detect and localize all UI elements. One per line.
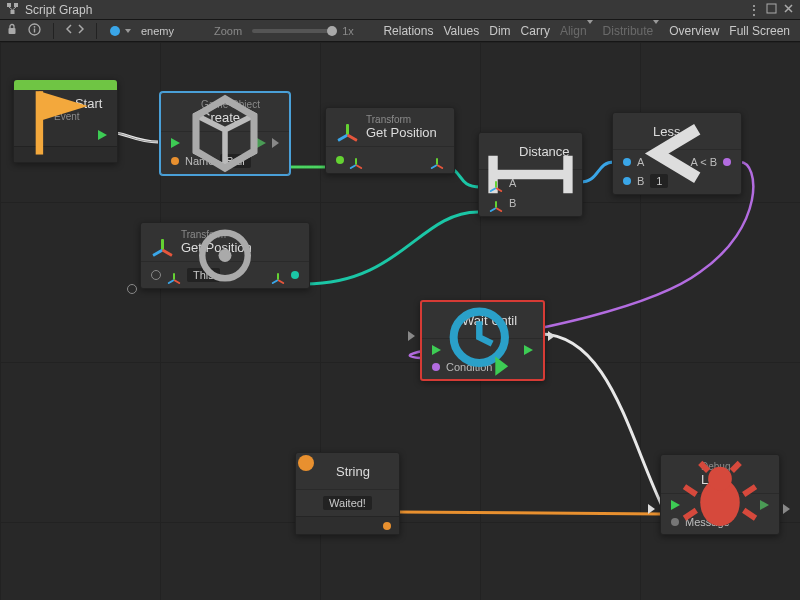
- code-icon[interactable]: [66, 23, 84, 38]
- flag-icon: [24, 97, 48, 121]
- transform-icon: [167, 268, 181, 282]
- flow-in-port[interactable]: [171, 138, 180, 148]
- fullscreen-button[interactable]: Full Screen: [725, 22, 794, 40]
- b-port[interactable]: [489, 196, 503, 210]
- node-title: Distance: [519, 144, 570, 159]
- node-get-position-1[interactable]: Transform Get Position: [325, 107, 455, 174]
- ab-label: A < B: [690, 156, 717, 168]
- node-overline: Transform: [181, 229, 252, 240]
- breadcrumb[interactable]: enemy: [141, 25, 174, 37]
- zoom-label: Zoom: [214, 25, 242, 37]
- graph-canvas[interactable]: On Start Event Game Object Create: [0, 42, 800, 600]
- name-field[interactable]: Ball: [220, 154, 250, 168]
- name-port[interactable]: [171, 157, 179, 165]
- flow-in-port[interactable]: [432, 345, 441, 355]
- node-title: Wait Until: [462, 313, 517, 328]
- node-overline: Debug: [701, 461, 730, 472]
- flow-in-port[interactable]: [671, 500, 680, 510]
- flow-out-tri[interactable]: [783, 504, 790, 514]
- target-port[interactable]: [151, 270, 161, 280]
- string-out-port[interactable]: [383, 522, 391, 530]
- string-icon: [306, 459, 330, 483]
- less-than-icon: [623, 119, 647, 143]
- value-out-port[interactable]: [291, 271, 299, 279]
- result-port[interactable]: [723, 158, 731, 166]
- carry-button[interactable]: Carry: [517, 22, 554, 40]
- flow-in-tri[interactable]: [648, 504, 655, 514]
- node-get-position-2[interactable]: Transform Get Position This: [140, 222, 310, 289]
- node-less[interactable]: Less A A < B B 1: [612, 112, 742, 195]
- zoom-value: 1x: [342, 25, 354, 37]
- b-label: B: [509, 197, 516, 209]
- cube-icon: [171, 100, 195, 124]
- svg-rect-3: [767, 4, 776, 13]
- svg-rect-6: [34, 28, 35, 32]
- flow-out-tri[interactable]: [548, 331, 555, 341]
- node-overline: Game Object: [201, 99, 260, 110]
- info-icon[interactable]: [28, 23, 41, 39]
- node-title: Less: [653, 124, 680, 139]
- lock-icon[interactable]: [6, 23, 18, 38]
- position-out-port[interactable]: [271, 268, 285, 282]
- window-title: Script Graph: [25, 3, 92, 17]
- exec-out-port[interactable]: [272, 138, 279, 148]
- a-port[interactable]: [623, 158, 631, 166]
- position-out-port[interactable]: [430, 153, 444, 167]
- svg-rect-2: [11, 10, 15, 14]
- node-title: Log: [701, 472, 730, 487]
- node-create[interactable]: Game Object Create Name Ball: [160, 92, 290, 175]
- target-port[interactable]: [336, 156, 344, 164]
- node-title: Create: [201, 110, 260, 125]
- node-on-start[interactable]: On Start Event: [13, 79, 118, 163]
- flow-in-tri[interactable]: [408, 331, 415, 341]
- menu-icon[interactable]: ⋮: [748, 3, 760, 17]
- dim-button[interactable]: Dim: [485, 22, 514, 40]
- condition-label: Condition: [446, 361, 492, 373]
- node-subtitle: Event: [54, 111, 102, 122]
- target-dropdown[interactable]: This: [187, 268, 220, 282]
- align-button[interactable]: Align: [556, 22, 597, 40]
- node-string[interactable]: String Waited!: [295, 452, 400, 535]
- node-title: On Start: [54, 96, 102, 111]
- node-wait-until[interactable]: Wait Until Condition: [420, 300, 545, 381]
- svg-rect-1: [14, 3, 18, 7]
- node-overline: Transform: [366, 114, 437, 125]
- ruler-icon: [489, 139, 513, 163]
- transform-icon: [349, 153, 363, 167]
- node-debug-log[interactable]: Debug Log Message: [660, 454, 780, 535]
- wait-icon: [432, 308, 456, 332]
- a-label: A: [509, 177, 516, 189]
- flow-out-port[interactable]: [760, 500, 769, 510]
- flow-out-port[interactable]: [524, 345, 533, 355]
- maximize-icon[interactable]: [766, 3, 777, 17]
- condition-port[interactable]: [432, 363, 440, 371]
- string-value[interactable]: Waited!: [323, 496, 372, 510]
- overview-button[interactable]: Overview: [665, 22, 723, 40]
- external-port[interactable]: [127, 284, 137, 294]
- node-distance[interactable]: Distance A B: [478, 132, 583, 217]
- values-button[interactable]: Values: [439, 22, 483, 40]
- svg-point-7: [34, 25, 36, 27]
- close-icon[interactable]: [783, 3, 794, 17]
- transform-icon: [151, 230, 175, 254]
- relations-button[interactable]: Relations: [379, 22, 437, 40]
- graph-icon: [6, 2, 19, 18]
- flow-out-port[interactable]: [98, 130, 107, 140]
- b-port[interactable]: [623, 177, 631, 185]
- distance-out-port[interactable]: [564, 179, 572, 187]
- node-title: String: [336, 464, 370, 479]
- a-label: A: [637, 156, 644, 168]
- message-port[interactable]: [671, 518, 679, 526]
- variable-icon[interactable]: [109, 25, 131, 37]
- node-title: Get Position: [181, 240, 252, 255]
- a-port[interactable]: [489, 176, 503, 190]
- svg-rect-4: [9, 28, 16, 34]
- distribute-button[interactable]: Distribute: [599, 22, 664, 40]
- b-label: B: [637, 175, 644, 187]
- svg-point-8: [110, 26, 120, 36]
- bug-icon: [671, 462, 695, 486]
- svg-point-12: [298, 455, 314, 471]
- zoom-slider[interactable]: [252, 29, 332, 33]
- flow-out-port[interactable]: [257, 138, 266, 148]
- b-field[interactable]: 1: [650, 174, 668, 188]
